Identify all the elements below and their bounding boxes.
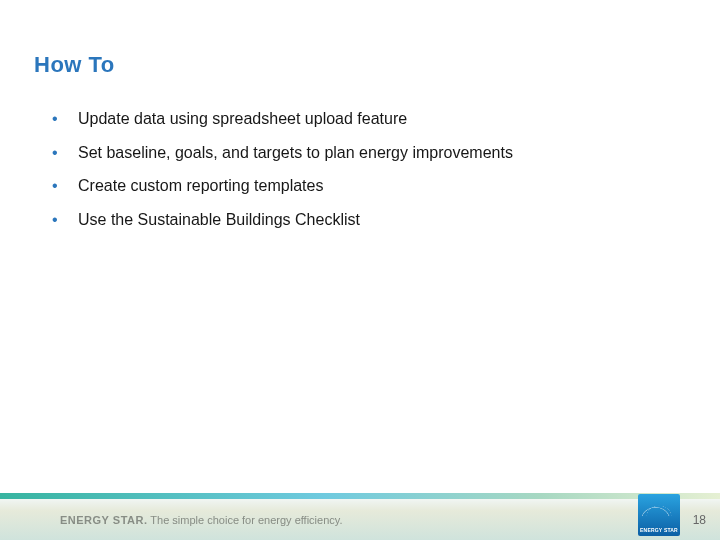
slide: How To Update data using spreadsheet upl… xyxy=(0,0,720,540)
page-number: 18 xyxy=(693,513,706,527)
slide-title: How To xyxy=(34,52,115,78)
list-item: Use the Sustainable Buildings Checklist xyxy=(52,209,652,231)
logo-text: ENERGY STAR xyxy=(638,527,680,533)
list-item: Create custom reporting templates xyxy=(52,175,652,197)
list-item: Update data using spreadsheet upload fea… xyxy=(52,108,652,130)
footer-accent-stripe xyxy=(0,493,720,499)
footer-tagline: The simple choice for energy efficiency. xyxy=(148,514,343,526)
bullet-list: Update data using spreadsheet upload fea… xyxy=(52,108,652,242)
logo-swoop-icon xyxy=(642,499,676,516)
energy-star-logo: ENERGY STAR xyxy=(638,494,680,536)
list-item: Set baseline, goals, and targets to plan… xyxy=(52,142,652,164)
footer-bar: ENERGY STAR. The simple choice for energ… xyxy=(0,493,720,540)
footer-brand: ENERGY STAR. xyxy=(60,514,148,526)
footer-text: ENERGY STAR. The simple choice for energ… xyxy=(60,514,343,526)
